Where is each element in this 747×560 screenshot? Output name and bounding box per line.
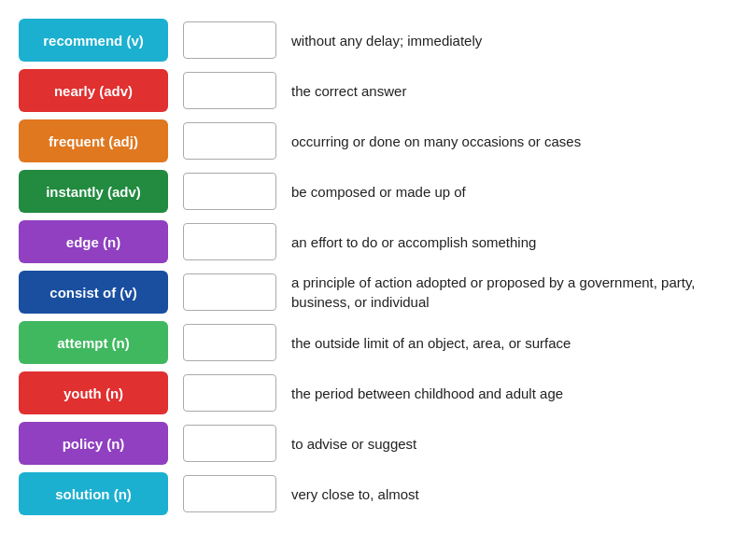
match-row: attempt (n)the outside limit of an objec… — [19, 321, 728, 364]
term-button-edge[interactable]: edge (n) — [19, 220, 168, 263]
term-button-instantly[interactable]: instantly (adv) — [19, 170, 168, 213]
definition-solution: very close to, almost — [291, 484, 728, 504]
definition-policy: to advise or suggest — [291, 434, 728, 454]
term-button-attempt[interactable]: attempt (n) — [19, 321, 168, 364]
term-button-policy[interactable]: policy (n) — [19, 422, 168, 465]
answer-box-frequent[interactable] — [183, 122, 276, 160]
definition-frequent: occurring or done on many occasions or c… — [291, 132, 728, 151]
answer-box-instantly[interactable] — [183, 173, 276, 210]
term-button-recommend[interactable]: recommend (v) — [19, 19, 168, 62]
answer-box-solution[interactable] — [183, 475, 276, 512]
answer-box-attempt[interactable] — [183, 324, 276, 361]
match-row: solution (n)very close to, almost — [19, 472, 728, 515]
definition-edge: an effort to do or accomplish something — [291, 232, 728, 252]
match-row: youth (n)the period between childhood an… — [19, 371, 728, 414]
answer-box-consist-of[interactable] — [183, 273, 276, 311]
term-button-frequent[interactable]: frequent (adj) — [19, 119, 168, 162]
answer-box-recommend[interactable] — [183, 21, 276, 59]
definition-nearly: the correct answer — [291, 81, 728, 101]
definition-consist-of: a principle of action adopted or propose… — [291, 273, 728, 312]
definition-recommend: without any delay; immediately — [291, 31, 728, 50]
definition-attempt: the outside limit of an object, area, or… — [291, 333, 728, 353]
match-row: edge (n)an effort to do or accomplish so… — [19, 220, 728, 263]
definition-youth: the period between childhood and adult a… — [291, 384, 728, 403]
term-button-solution[interactable]: solution (n) — [19, 472, 168, 515]
definition-instantly: be composed or made up of — [291, 182, 728, 202]
matching-exercise: recommend (v)without any delay; immediat… — [19, 19, 728, 515]
answer-box-youth[interactable] — [183, 374, 276, 412]
answer-box-edge[interactable] — [183, 223, 276, 260]
term-button-nearly[interactable]: nearly (adv) — [19, 69, 168, 112]
match-row: consist of (v)a principle of action adop… — [19, 271, 728, 314]
term-button-consist-of[interactable]: consist of (v) — [19, 271, 168, 314]
match-row: frequent (adj)occurring or done on many … — [19, 119, 728, 162]
term-button-youth[interactable]: youth (n) — [19, 371, 168, 414]
answer-box-nearly[interactable] — [183, 72, 276, 109]
match-row: recommend (v)without any delay; immediat… — [19, 19, 728, 62]
match-row: nearly (adv)the correct answer — [19, 69, 728, 112]
match-row: instantly (adv)be composed or made up of — [19, 170, 728, 213]
match-row: policy (n)to advise or suggest — [19, 422, 728, 465]
answer-box-policy[interactable] — [183, 425, 276, 462]
